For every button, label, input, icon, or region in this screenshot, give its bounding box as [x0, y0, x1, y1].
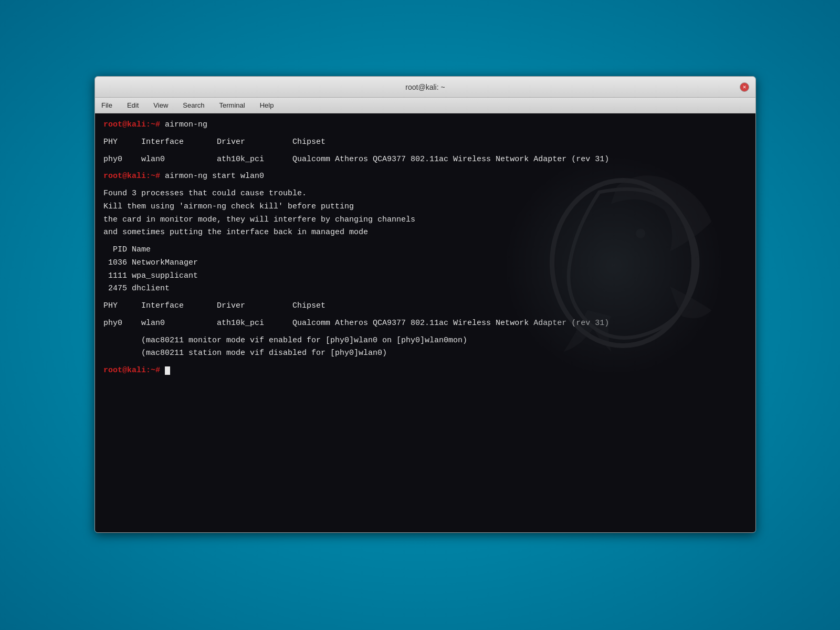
- close-button[interactable]: ✕: [740, 82, 749, 92]
- blank-8: [103, 330, 747, 334]
- menu-view[interactable]: View: [151, 100, 170, 110]
- menu-file[interactable]: File: [99, 100, 114, 110]
- blank-9: [103, 360, 747, 364]
- menu-bar: File Edit View Search Terminal Help: [95, 98, 755, 113]
- mac-line-1: (mac80211 monitor mode vif enabled for […: [103, 334, 747, 348]
- output-line-1: Found 3 processes that could cause troub…: [103, 187, 747, 201]
- blank-3: [103, 166, 747, 170]
- blank-1: [103, 132, 747, 136]
- data-line-1: phy0 wlan0 ath10k_pci Qualcomm Atheros Q…: [103, 153, 747, 166]
- terminal-body[interactable]: root@kali:~# airmon-ng PHY Interface Dri…: [95, 113, 755, 532]
- menu-search[interactable]: Search: [181, 100, 206, 110]
- blank-2: [103, 149, 747, 153]
- title-bar: root@kali: ~ ✕: [95, 77, 755, 98]
- pid-header: PID Name: [103, 244, 747, 257]
- window-controls: ✕: [740, 82, 749, 92]
- output-line-4: and sometimes putting the interface back…: [103, 226, 747, 239]
- output-line-3: the card in monitor mode, they will inte…: [103, 214, 747, 227]
- cmd-line-2: root@kali:~# airmon-ng start wlan0: [103, 170, 747, 183]
- header-line-2: PHY Interface Driver Chipset: [103, 300, 747, 313]
- menu-help[interactable]: Help: [258, 100, 276, 110]
- pid-line-1: 1036 NetworkManager: [103, 257, 747, 270]
- cmd-line-1: root@kali:~# airmon-ng: [103, 119, 747, 132]
- mac-line-2: (mac80211 station mode vif disabled for …: [103, 347, 747, 360]
- data-line-2: phy0 wlan0 ath10k_pci Qualcomm Atheros Q…: [103, 317, 747, 330]
- header-line-1: PHY Interface Driver Chipset: [103, 136, 747, 149]
- menu-terminal[interactable]: Terminal: [217, 100, 247, 110]
- prompt-final[interactable]: root@kali:~#: [103, 364, 747, 377]
- blank-6: [103, 296, 747, 300]
- blank-4: [103, 183, 747, 187]
- terminal-cursor: [165, 366, 170, 375]
- pid-line-3: 2475 dhclient: [103, 282, 747, 296]
- window-title: root@kali: ~: [405, 83, 445, 91]
- desktop-background: root@kali: ~ ✕ File Edit View Search Ter…: [0, 0, 840, 630]
- terminal-window: root@kali: ~ ✕ File Edit View Search Ter…: [94, 76, 756, 533]
- blank-7: [103, 313, 747, 317]
- blank-5: [103, 239, 747, 244]
- pid-line-2: 1111 wpa_supplicant: [103, 270, 747, 283]
- menu-edit[interactable]: Edit: [125, 100, 141, 110]
- output-line-2: Kill them using 'airmon-ng check kill' b…: [103, 201, 747, 214]
